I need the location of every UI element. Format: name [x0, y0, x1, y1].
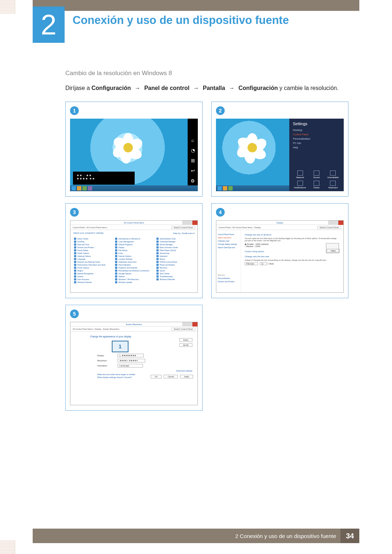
- control-panel-item[interactable]: Default Programs: [115, 243, 152, 246]
- control-panel-item[interactable]: Display: [115, 246, 152, 249]
- orientation-select[interactable]: Landscape: [118, 364, 143, 368]
- minimize-button[interactable]: [182, 221, 187, 225]
- apply-button[interactable]: Apply: [327, 249, 340, 253]
- control-panel-item[interactable]: Programs and Features: [115, 267, 152, 269]
- network-icon[interactable]: Network: [293, 171, 307, 178]
- control-panel-item[interactable]: Sync Center: [156, 272, 194, 275]
- control-panel-item[interactable]: Sound: [156, 270, 194, 272]
- control-panel-item[interactable]: Action Center: [74, 238, 111, 240]
- control-panel-item[interactable]: NVIDIA Control Panel: [156, 261, 194, 263]
- cancel-button[interactable]: Cancel: [164, 375, 178, 378]
- settings-link-control-panel[interactable]: Control Panel: [293, 133, 340, 136]
- ok-button[interactable]: OK: [151, 375, 162, 378]
- control-panel-item[interactable]: Fonts: [115, 252, 152, 254]
- custom-sizing-link[interactable]: Custom sizing options: [245, 250, 340, 253]
- search-icon[interactable]: ⌕: [190, 138, 195, 143]
- display-select[interactable]: 1. ★★★★★★★★: [118, 354, 144, 357]
- control-panel-item[interactable]: Folder Options: [74, 252, 111, 254]
- close-button[interactable]: [192, 221, 197, 225]
- control-panel-item[interactable]: Device Manager: [156, 243, 194, 246]
- control-panel-item[interactable]: Region: [74, 270, 111, 272]
- devices-icon[interactable]: ↩: [190, 168, 195, 173]
- keyboard-icon[interactable]: Keyboard: [326, 181, 340, 189]
- brightness-icon[interactable]: Unavailable: [326, 171, 340, 178]
- sidebar-link-adjust-resolution[interactable]: Adjust resolution: [218, 237, 239, 239]
- control-panel-item[interactable]: Administrative Tools: [156, 238, 194, 240]
- control-panel-item[interactable]: Speech Recognition: [74, 272, 111, 275]
- control-panel-item[interactable]: Indexing Options: [74, 255, 111, 257]
- maximize-button[interactable]: [333, 221, 338, 225]
- control-panel-item[interactable]: AutoPlay: [74, 241, 111, 243]
- control-panel-item[interactable]: Location Settings: [115, 258, 152, 260]
- sidebar-link[interactable]: Adjust ClearType text: [218, 246, 239, 249]
- settings-link-personalization[interactable]: Personalization: [293, 138, 340, 140]
- control-panel-item[interactable]: Windows Firewall: [74, 281, 111, 283]
- control-panel-item[interactable]: System: [74, 275, 111, 278]
- control-panel-item[interactable]: Credential Manager: [156, 241, 194, 243]
- see-also-link[interactable]: Devices and Printers: [218, 280, 239, 283]
- search-input[interactable]: Search Control Panel: [171, 328, 195, 331]
- control-panel-item[interactable]: Taskbar: [115, 275, 152, 278]
- taskbar-app-icon[interactable]: [82, 186, 87, 190]
- control-panel-item[interactable]: Personalization: [115, 264, 152, 266]
- charms-bar[interactable]: ⌕ ◔ ⊞ ↩ ⚙: [188, 119, 198, 191]
- control-panel-item[interactable]: Recovery: [156, 267, 194, 269]
- settings-link-help[interactable]: Help: [293, 146, 340, 149]
- sound-icon[interactable]: Sound: [309, 171, 323, 178]
- maximize-button[interactable]: [187, 221, 192, 225]
- control-panel-item[interactable]: Windows Update: [115, 281, 152, 283]
- taskbar-app2-icon[interactable]: [88, 186, 92, 190]
- control-panel-item[interactable]: Flash Player (32-bit): [156, 249, 194, 251]
- control-panel-item[interactable]: Windows 7 File Recovery: [115, 278, 152, 280]
- sidebar-link[interactable]: Calibrate color: [218, 240, 239, 242]
- search-input[interactable]: Search Control Panel: [317, 226, 341, 229]
- start-icon[interactable]: ⊞: [190, 158, 195, 163]
- control-panel-item[interactable]: RemoteApp and Desktop Connections: [115, 270, 152, 272]
- taskbar-ie-icon[interactable]: [72, 186, 76, 190]
- taskbar-explorer-icon[interactable]: [77, 186, 81, 190]
- control-panel-item[interactable]: Windows Defender: [156, 278, 194, 280]
- control-panel-item[interactable]: Keyboard: [156, 255, 194, 257]
- radio-medium[interactable]: ○ Medium - 125%: [245, 245, 340, 247]
- control-panel-item[interactable]: Troubleshooting: [156, 275, 194, 278]
- control-panel-item[interactable]: Phone and Modem: [156, 264, 194, 266]
- taskbar-explorer-icon[interactable]: [223, 186, 227, 190]
- control-panel-item[interactable]: Family Safety: [74, 249, 111, 251]
- size-select[interactable]: 11: [260, 262, 267, 265]
- breadcrumb[interactable]: Control Panel › All Control Panel Items …: [216, 225, 343, 230]
- control-panel-item[interactable]: File History: [115, 249, 152, 251]
- taskbar-ie-icon[interactable]: [217, 186, 222, 190]
- view-by-dropdown[interactable]: View by: Small icons ▾: [173, 232, 195, 234]
- control-panel-item[interactable]: Internet Options: [115, 255, 152, 257]
- taskbar[interactable]: [216, 185, 289, 191]
- item-select[interactable]: Title bars: [245, 262, 258, 265]
- close-button[interactable]: [338, 221, 343, 225]
- control-panel-item[interactable]: Mouse: [156, 258, 194, 260]
- control-panel-item[interactable]: Power Options: [74, 267, 111, 269]
- close-button[interactable]: [192, 322, 197, 327]
- control-panel-item[interactable]: Notification Area Icons: [115, 261, 152, 263]
- notifications-icon[interactable]: Notifications: [293, 181, 307, 189]
- resolution-select[interactable]: ★★★★ x ★★★★ ▾: [118, 359, 145, 362]
- control-panel-item[interactable]: Ease of Access Center: [156, 246, 194, 249]
- settings-icon[interactable]: ⚙: [190, 178, 195, 183]
- search-input[interactable]: Search Control Panel: [171, 226, 195, 229]
- control-panel-item[interactable]: User Accounts: [74, 278, 111, 280]
- identify-button[interactable]: Identify: [179, 343, 192, 347]
- control-panel-item[interactable]: Devices and Printers: [74, 246, 111, 249]
- bold-checkbox[interactable]: ☐ Bold: [268, 263, 274, 265]
- settings-link-desktop[interactable]: Desktop: [293, 129, 340, 131]
- taskbar-app-icon[interactable]: [228, 186, 233, 190]
- monitor-preview[interactable]: 1: [112, 341, 128, 352]
- control-panel-item[interactable]: Performance Information and Tools: [74, 264, 111, 266]
- control-panel-item[interactable]: Network and Sharing Center: [74, 261, 111, 263]
- advanced-settings-link[interactable]: Advanced settings: [90, 370, 192, 372]
- breadcrumb[interactable]: Control Panel › All Control Panel Items …: [70, 225, 197, 230]
- minimize-button[interactable]: [182, 322, 187, 327]
- taskbar[interactable]: [70, 185, 198, 191]
- sidebar-link[interactable]: Control Panel Home: [218, 233, 239, 235]
- minimize-button[interactable]: [328, 221, 333, 225]
- apply-button[interactable]: Apply: [180, 375, 193, 378]
- control-panel-item[interactable]: Storage Spaces: [115, 272, 152, 275]
- maximize-button[interactable]: [187, 322, 192, 327]
